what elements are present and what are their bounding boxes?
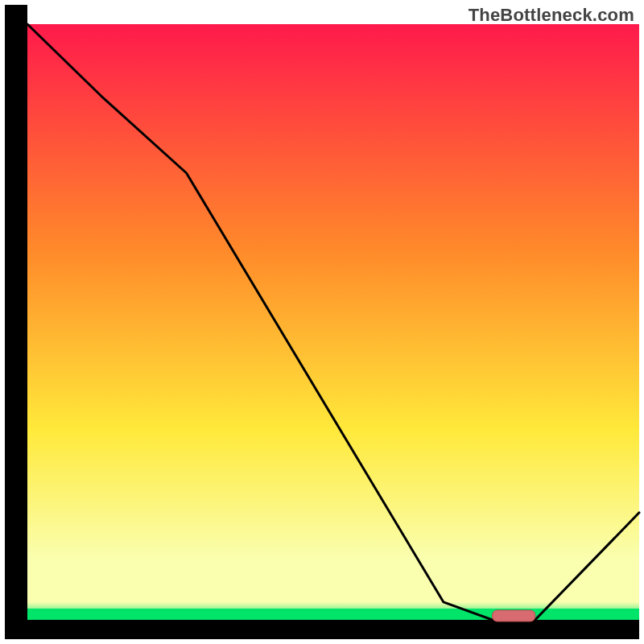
y-axis xyxy=(5,5,27,639)
baseline-strip xyxy=(27,609,639,620)
optimal-zone-marker xyxy=(493,610,535,621)
watermark-text: TheBottleneck.com xyxy=(469,5,634,26)
bottleneck-chart xyxy=(0,0,644,644)
chart-frame: TheBottleneck.com xyxy=(0,0,644,644)
x-axis xyxy=(5,620,639,639)
